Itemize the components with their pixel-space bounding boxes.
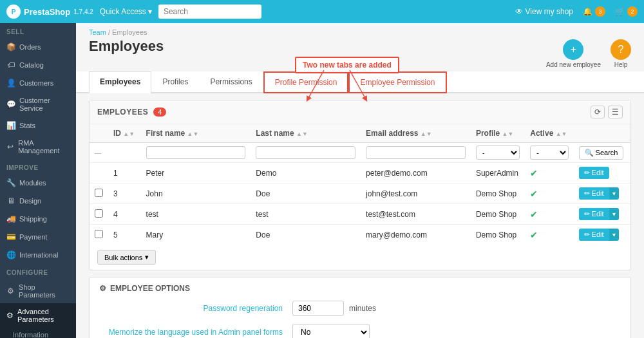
rma-icon: ↩	[6, 142, 14, 151]
edit-dropdown-button[interactable]: ▾	[609, 187, 619, 200]
cell-id: 3	[108, 183, 141, 204]
quick-access-menu[interactable]: Quick Access ▾	[100, 7, 152, 16]
cell-email: john@test.com	[361, 183, 471, 204]
sidebar-item-advanced-parameters[interactable]: ⚙Advanced Parameters	[0, 303, 76, 328]
breadcrumb-team[interactable]: Team	[89, 28, 106, 36]
advanced-params-label: Advanced Parameters	[17, 308, 70, 323]
sidebar-item-rma[interactable]: ↩RMA Management	[0, 135, 76, 159]
cell-lastname: test	[251, 204, 361, 225]
topbar-left: P PrestaShop 1.7.4.2 Quick Access ▾	[6, 5, 261, 19]
cell-lastname: Demo	[251, 163, 361, 183]
filter-firstname[interactable]	[146, 146, 246, 159]
sidebar-item-design[interactable]: 🖥Design	[0, 192, 76, 210]
tab-profiles[interactable]: Profiles	[151, 71, 199, 93]
tab-employees[interactable]: Employees	[89, 71, 151, 93]
tab-profile-permission[interactable]: Profile Permission	[263, 71, 349, 93]
memorize-language-select[interactable]: No Yes	[292, 324, 370, 338]
cell-profile: SuperAdmin	[471, 163, 525, 183]
payment-icon: 💳	[6, 232, 15, 241]
sidebar-item-shipping[interactable]: 🚚Shipping	[0, 210, 76, 228]
employees-table-container: EMPLOYEES 4 ⟳ ☰ ID ▲▼ First name ▲▼ Last…	[89, 100, 631, 270]
design-icon: 🖥	[6, 196, 15, 205]
table-header: EMPLOYEES 4 ⟳ ☰	[90, 100, 630, 124]
international-icon: 🌐	[6, 250, 15, 259]
table-head-row: ID ▲▼ First name ▲▼ Last name ▲▼ Email a…	[90, 124, 630, 143]
add-employee-button[interactable]: + Add new employee	[546, 39, 601, 68]
table-columns-btn[interactable]: ☰	[608, 106, 623, 118]
sidebar-item-information[interactable]: Information	[0, 328, 76, 338]
edit-button[interactable]: ✏ Edit	[579, 229, 609, 241]
view-my-shop-link[interactable]: 👁 View my shop	[515, 7, 573, 16]
sidebar-item-shop-parameters[interactable]: ⚙Shop Parameters	[0, 279, 76, 303]
orders-label: Orders	[19, 43, 41, 51]
cell-profile: Demo Shop	[471, 225, 525, 245]
table-row: 1 Peter Demo peter@demo.com SuperAdmin ✔…	[90, 163, 630, 183]
payment-label: Payment	[19, 233, 47, 241]
top-actions: + Add new employee ? Help	[546, 39, 631, 68]
table-row: 3 John Doe john@test.com Demo Shop ✔ ✏ E…	[90, 183, 630, 204]
notifications-icon[interactable]: 🔔3	[583, 6, 605, 17]
edit-button[interactable]: ✏ Edit	[579, 167, 609, 179]
topbar-logo: P PrestaShop 1.7.4.2	[6, 5, 93, 19]
cell-email: test@test.com	[361, 204, 471, 225]
edit-dropdown-button[interactable]: ▾	[609, 208, 619, 220]
table-header-actions: ⟳ ☰	[591, 106, 623, 118]
sidebar-item-stats[interactable]: 📊Stats	[0, 117, 76, 135]
customer-service-icon: 💬	[6, 100, 15, 109]
edit-dropdown-button[interactable]: ▾	[609, 229, 619, 241]
tab-permissions[interactable]: Permissions	[199, 71, 263, 93]
chevron-down-icon: ▾	[145, 253, 149, 261]
table-count: 4	[153, 108, 166, 117]
cell-email: mary@demo.com	[361, 225, 471, 245]
search-button[interactable]: 🔍 Search	[579, 146, 624, 160]
cart-icon[interactable]: 🛒2	[615, 6, 638, 17]
row-checkbox[interactable]	[95, 209, 103, 218]
filter-profile[interactable]: -	[476, 146, 520, 160]
sidebar-item-international[interactable]: 🌐International	[0, 246, 76, 264]
table-refresh-btn[interactable]: ⟳	[591, 106, 605, 118]
cell-active: ✔	[525, 225, 573, 245]
rma-label: RMA Management	[18, 139, 70, 155]
cell-firstname: Mary	[141, 225, 251, 245]
filter-lastname[interactable]	[256, 146, 355, 159]
orders-icon: 📦	[6, 42, 15, 52]
th-lastname[interactable]: Last name ▲▼	[251, 124, 361, 143]
sidebar-item-catalog[interactable]: 🏷Catalog	[0, 56, 76, 74]
edit-button[interactable]: ✏ Edit	[579, 208, 609, 220]
filter-active[interactable]: -	[530, 146, 568, 160]
edit-button[interactable]: ✏ Edit	[579, 187, 609, 200]
row-checkbox[interactable]	[95, 189, 103, 197]
sidebar-item-modules[interactable]: 🔧Modules	[0, 174, 76, 192]
row-checkbox[interactable]	[95, 230, 103, 238]
shipping-label: Shipping	[19, 215, 47, 223]
sidebar-item-customers[interactable]: 👤Customers	[0, 74, 76, 92]
cell-active: ✔	[525, 163, 573, 183]
search-input[interactable]	[158, 5, 261, 19]
th-active[interactable]: Active ▲▼	[525, 124, 573, 143]
active-checkmark: ✔	[530, 230, 538, 240]
tab-employee-permission[interactable]: Employee Permission	[348, 71, 446, 93]
th-email[interactable]: Email address ▲▼	[361, 124, 471, 143]
sidebar-item-customer-service[interactable]: 💬Customer Service	[0, 92, 76, 117]
th-id[interactable]: ID ▲▼	[108, 124, 141, 143]
advanced-params-icon: ⚙	[6, 311, 14, 320]
th-profile[interactable]: Profile ▲▼	[471, 124, 525, 143]
advanced-params-submenu: Information Performance Administration E…	[0, 328, 76, 338]
configure-section-title: CONFIGURE	[0, 264, 76, 279]
filter-email[interactable]	[366, 146, 466, 159]
gear-icon: ⚙	[99, 284, 106, 293]
sidebar-item-payment[interactable]: 💳Payment	[0, 228, 76, 246]
employee-options-title: ⚙ EMPLOYEE OPTIONS	[99, 284, 621, 293]
page-title: Employees	[89, 38, 164, 55]
bulk-actions-button[interactable]: Bulk actions ▾	[97, 250, 156, 265]
cell-active: ✔	[525, 183, 573, 204]
design-label: Design	[19, 197, 41, 205]
help-button[interactable]: ? Help	[611, 39, 631, 68]
customers-icon: 👤	[6, 79, 15, 88]
sidebar-item-orders[interactable]: 📦Orders	[0, 38, 76, 56]
th-checkbox	[90, 124, 108, 143]
bulk-actions-container: Bulk actions ▾	[90, 245, 630, 270]
cell-email: peter@demo.com	[361, 163, 471, 183]
th-firstname[interactable]: First name ▲▼	[141, 124, 251, 143]
password-regeneration-input[interactable]	[292, 301, 344, 316]
